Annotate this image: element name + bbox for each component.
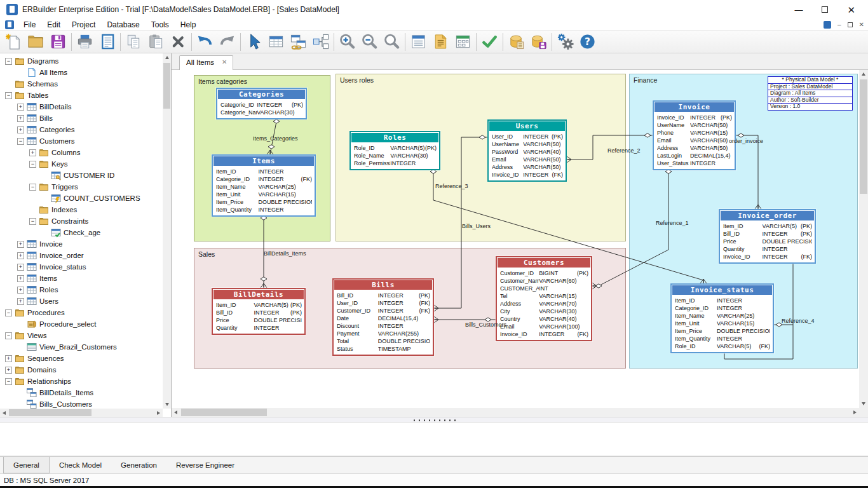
tree-expander-icon[interactable]: − — [5, 332, 12, 339]
zoom-out-button[interactable] — [358, 31, 381, 53]
tree-expander-icon[interactable]: − — [5, 378, 12, 385]
settings-button[interactable] — [554, 31, 576, 53]
mdi-minimize-icon[interactable]: – — [837, 21, 841, 28]
pointer-button[interactable] — [243, 31, 265, 53]
sidebar-item-billdetails-items[interactable]: BillDetails_Items — [0, 387, 163, 398]
sidebar-item-invoice-order[interactable]: +Invoice_order — [0, 250, 163, 261]
sidebar-item-invoice[interactable]: +Invoice — [0, 238, 163, 250]
sidebar-item-items[interactable]: +Items — [0, 273, 163, 284]
tree-expander-icon[interactable]: − — [29, 218, 36, 225]
tree-expander-icon[interactable]: + — [17, 275, 24, 282]
form-button[interactable] — [452, 31, 474, 53]
bottom-tab-generation[interactable]: Generation — [111, 457, 166, 473]
tree-expander-icon[interactable]: + — [17, 287, 24, 294]
entity-users[interactable]: UsersUser_IDINTEGER(PK)UserNameVARCHAR(5… — [487, 119, 567, 182]
sidebar-item-sequences[interactable]: +Sequences — [0, 353, 163, 364]
document-button[interactable] — [430, 31, 452, 53]
sidebar-item-categories[interactable]: +Categories — [0, 124, 163, 135]
entity-customers[interactable]: CustomersCustomer_IDBIGINT(PK)Customer_N… — [496, 256, 592, 341]
tree-expander-icon[interactable]: − — [29, 161, 36, 168]
sidebar-item-customers[interactable]: −Customers — [0, 135, 163, 147]
bottom-tab-reverse-engineer[interactable]: Reverse Engineer — [166, 457, 244, 473]
sidebar-item-bills-customers[interactable]: Bills_Customers — [0, 398, 163, 409]
sidebar-item-triggers[interactable]: −Triggers — [0, 181, 163, 193]
tree-expander-icon[interactable]: + — [17, 252, 24, 259]
tree-expander-icon[interactable]: + — [17, 264, 24, 271]
tree-expander-icon[interactable]: + — [17, 241, 24, 248]
canvas-vertical-scrollbar[interactable] — [859, 70, 868, 408]
sidebar-item-check-age[interactable]: Check_age — [0, 227, 163, 238]
entity-roles[interactable]: RolesRole_IDVARCHAR(5)(PK)Role_NameVARCH… — [349, 131, 440, 170]
menu-project[interactable]: Project — [66, 19, 101, 30]
model-explorer-button[interactable] — [309, 31, 332, 53]
copy-button[interactable] — [123, 31, 145, 53]
scroll-left-icon[interactable] — [0, 409, 8, 417]
sidebar-item-procedures[interactable]: −Procedures — [0, 307, 163, 318]
entity-categories[interactable]: CategoriesCategorie_IDINTEGER(PK)Categor… — [216, 88, 307, 119]
tree-expander-icon[interactable]: − — [17, 138, 24, 145]
sidebar-item-keys[interactable]: −Keys — [0, 158, 163, 170]
sidebar-item-views[interactable]: −Views — [0, 330, 163, 341]
generate-script-button[interactable] — [505, 31, 527, 53]
canvas-scroll-right-icon[interactable] — [851, 408, 859, 416]
menu-database[interactable]: Database — [101, 19, 145, 30]
tree-horizontal-scrollbar[interactable] — [0, 409, 163, 417]
sidebar-item-billdetails[interactable]: +BillDetails — [0, 101, 163, 112]
tree-expander-icon[interactable]: − — [29, 184, 36, 191]
tree-expander-icon[interactable]: + — [17, 298, 24, 305]
entity-items[interactable]: ItemsItem_IDINTEGERCategorie_IDINTEGER(F… — [212, 154, 316, 217]
minimize-icon[interactable]: — — [794, 6, 803, 14]
scroll-up-icon[interactable] — [163, 53, 171, 62]
canvas-scroll-down-icon[interactable] — [859, 400, 867, 408]
mdi-close-icon[interactable]: ✕ — [859, 21, 864, 28]
maximize-icon[interactable] — [822, 6, 828, 13]
sidebar-item-users[interactable]: +Users — [0, 295, 163, 307]
save-database-button[interactable] — [527, 31, 550, 53]
check-model-button[interactable] — [478, 31, 501, 53]
mdi-restore-icon[interactable] — [848, 22, 853, 27]
undo-button[interactable] — [194, 31, 216, 53]
entity-invoice[interactable]: InvoiceInvoice_IDINTEGER(PK)UserNameVARC… — [653, 100, 736, 170]
canvas-scroll-up-icon[interactable] — [859, 70, 867, 78]
sidebar-item-invoice-status[interactable]: +Invoice_status — [0, 261, 163, 273]
sidebar-item-indexes[interactable]: Indexes — [0, 204, 163, 215]
report-button[interactable] — [96, 31, 118, 53]
entity-invoice_order[interactable]: Invoice_orderItem_IDVARCHAR(5)(PK)Bill_I… — [719, 209, 816, 264]
tree-vscroll-thumb[interactable] — [163, 63, 170, 109]
sidebar-item-procedure-select[interactable]: Procedure_select — [0, 318, 163, 330]
canvas-horizontal-scrollbar[interactable] — [172, 408, 859, 417]
tree-hscroll-thumb[interactable] — [9, 409, 92, 416]
sidebar-item-tables[interactable]: −Tables — [0, 90, 163, 101]
menu-edit[interactable]: Edit — [41, 19, 66, 30]
scroll-down-icon[interactable] — [163, 400, 171, 409]
bottom-tab-general[interactable]: General — [3, 457, 50, 473]
tree-expander-icon[interactable]: + — [17, 115, 24, 122]
menu-tools[interactable]: Tools — [146, 19, 175, 30]
entity-invoice_status[interactable]: Invoice_statusItem_IDINTEGERCategorie_ID… — [670, 283, 774, 353]
tree-expander-icon[interactable]: + — [17, 104, 24, 111]
tree-expander-icon[interactable]: + — [29, 149, 36, 156]
entity-bills[interactable]: BillsBill_IDINTEGER(PK)User_IDINTEGER(FK… — [332, 278, 434, 356]
zoom-in-button[interactable] — [336, 31, 358, 53]
paste-button[interactable] — [145, 31, 167, 53]
diagram-canvas[interactable]: Items categoriesUsers rolesFinanceSalesC… — [172, 70, 868, 417]
close-icon[interactable]: ✕ — [847, 6, 855, 14]
delete-button[interactable] — [167, 31, 189, 53]
tab-close-icon[interactable]: ✕ — [222, 59, 227, 65]
zoom-button[interactable] — [381, 31, 403, 53]
sidebar-item-view-brazil-customers[interactable]: View_Brazil_Customers — [0, 341, 163, 353]
entity-billdetails[interactable]: BillDetailsItem_IDVARCHAR(5)(PK)Bill_IDI… — [212, 288, 306, 335]
sidebar-item-bills[interactable]: +Bills — [0, 112, 163, 124]
sidebar-item-relationships[interactable]: −Relationships — [0, 376, 163, 387]
canvas-hscroll-thumb[interactable] — [181, 409, 267, 416]
help-button[interactable]: ? — [576, 31, 599, 53]
editor-button[interactable] — [407, 31, 430, 53]
sidebar-item-all-items[interactable]: All Items — [0, 67, 163, 78]
tree-expander-icon[interactable]: − — [5, 92, 12, 99]
canvas-vscroll-thumb[interactable] — [860, 79, 867, 194]
canvas-scroll-left-icon[interactable] — [172, 408, 180, 416]
bottom-tab-check-model[interactable]: Check Model — [50, 457, 111, 473]
tree-expander-icon[interactable]: + — [5, 367, 12, 374]
sidebar-item-roles[interactable]: +Roles — [0, 284, 163, 295]
sidebar-item-count-customers[interactable]: COUNT_CUSTOMERS — [0, 193, 163, 204]
